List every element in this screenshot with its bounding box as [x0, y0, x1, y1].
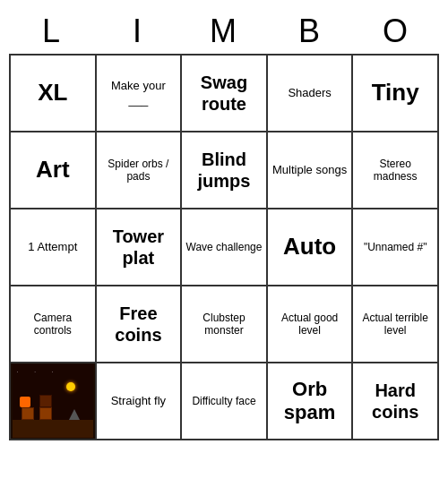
game-image: · · · [13, 364, 93, 438]
bingo-card: L I M B O XL Make your ___ Swag route Sh… [9, 9, 439, 440]
cell-2-4: "Unnamed #" [353, 209, 439, 286]
cell-1-2: Blind jumps [182, 132, 268, 209]
header-M: M [181, 9, 267, 54]
cell-0-2: Swag route [182, 56, 268, 132]
header-I: I [95, 9, 181, 54]
cell-0-1: Make your ___ [97, 56, 183, 132]
cell-1-3: Multiple songs [268, 132, 354, 209]
block3 [39, 395, 52, 407]
cell-0-0: XL [11, 56, 97, 132]
cell-2-3: Auto [268, 209, 354, 286]
spike [69, 409, 80, 420]
block1 [22, 407, 34, 420]
cell-0-3: Shaders [268, 56, 354, 132]
cell-3-1: Free coins [97, 286, 183, 363]
cell-3-4: Actual terrible level [353, 286, 439, 363]
cell-2-1: Tower plat [97, 209, 183, 286]
cell-3-3: Actual good level [268, 286, 354, 363]
header-O: O [353, 9, 439, 54]
player-character [20, 397, 30, 407]
bingo-grid: XL Make your ___ Swag route Shaders Tiny… [9, 54, 439, 440]
cell-3-0: Camera controls [11, 286, 97, 363]
cell-1-0: Art [11, 132, 97, 209]
cell-4-0: · · · [11, 363, 97, 440]
cell-3-2: Clubstep monster [182, 286, 268, 363]
bingo-header: L I M B O [9, 9, 439, 54]
orb-decoration [66, 382, 75, 391]
header-L: L [9, 9, 95, 54]
header-B: B [267, 9, 353, 54]
cell-2-0: 1 Attempt [11, 209, 97, 286]
cell-0-4: Tiny [353, 56, 439, 132]
cell-1-4: Stereo madness [353, 132, 439, 209]
block2 [39, 407, 52, 420]
ground [13, 420, 93, 438]
cell-4-1: Straight fly [97, 363, 183, 440]
cell-1-1: Spider orbs / pads [97, 132, 183, 209]
cell-4-4: Hard coins [353, 363, 439, 440]
cell-4-2: Difficulty face [182, 363, 268, 440]
cell-2-2: Wave challenge [182, 209, 268, 286]
cell-4-3: Orb spam [268, 363, 354, 440]
